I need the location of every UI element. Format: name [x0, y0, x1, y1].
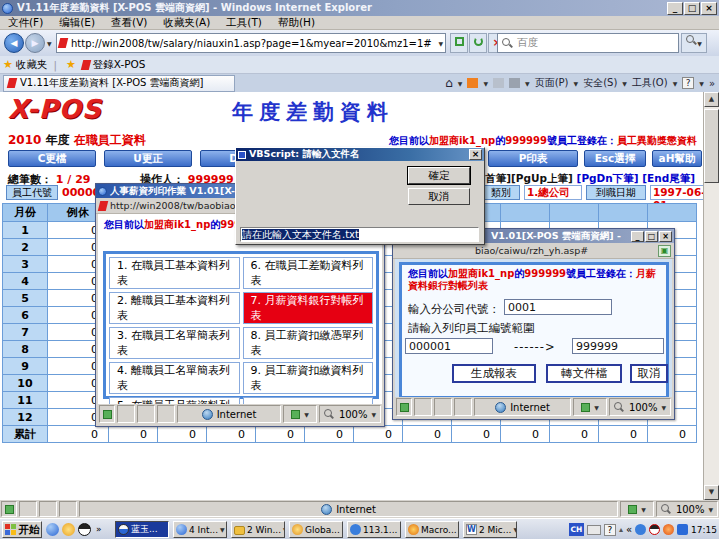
toolbar-button-ah[interactable]: aH幫助 [652, 150, 702, 167]
protected-mode-segment[interactable]: ▼ [573, 398, 607, 416]
menu-item-1[interactable]: 编辑(E) [51, 16, 103, 30]
task-button-0[interactable]: 蓝玉... [115, 521, 169, 538]
chevron-more-icon[interactable]: » [709, 78, 715, 89]
task-button-4[interactable]: 113.1... [347, 521, 401, 538]
value-cell[interactable]: 0 [158, 426, 207, 443]
menu-item-3[interactable]: 收藏夹(A) [155, 16, 218, 30]
tab-active[interactable]: V1.11年度差勤資料 [X-POS 雲端商資網] [3, 75, 235, 92]
print-menu-item[interactable]: 3. 在職員工名單簡表列表 [109, 327, 240, 359]
generate-report-button[interactable]: 生成報表 [452, 364, 536, 383]
menu-item-4[interactable]: 工具(T) [218, 16, 270, 30]
search-input[interactable]: 百度 [497, 33, 679, 53]
print-menu-item[interactable]: 6. 在職員工差勤資料列表 [243, 257, 374, 289]
print-menu-item[interactable]: 0. 結束作業 [243, 397, 374, 404]
type-value[interactable]: 1.總公司 [524, 185, 582, 200]
value-cell[interactable]: 0 [305, 426, 354, 443]
value-cell[interactable]: 0 [207, 426, 256, 443]
dropdown-icon[interactable]: ▼ [673, 80, 678, 87]
task-button-3[interactable]: Globa... [289, 521, 343, 538]
value-cell[interactable]: 0 [48, 426, 109, 443]
tray-collapse-icon[interactable]: « [626, 524, 632, 535]
address-dropdown-icon[interactable]: ▼ [438, 40, 443, 47]
help-icon[interactable]: ? [682, 77, 694, 89]
value-cell[interactable]: 0 [550, 426, 599, 443]
help-tray-icon[interactable]: ? [604, 524, 616, 536]
ok-button[interactable]: 確定 [408, 167, 470, 184]
toolbar-button-esc[interactable]: Esc選擇 [584, 150, 646, 167]
recent-pages-dropdown-icon[interactable]: ▼ [47, 40, 52, 47]
task-button-5[interactable]: Macro... [405, 521, 459, 538]
zoom-control[interactable]: 100%▼ [319, 405, 381, 423]
toolbar-button-c[interactable]: C更檔 [8, 150, 96, 167]
quicklaunch-qq-icon[interactable] [78, 523, 91, 536]
language-indicator[interactable]: CH [569, 523, 584, 536]
tray-security-icon[interactable] [663, 524, 674, 535]
branch-code-field[interactable]: 0001 [504, 299, 612, 315]
home-icon[interactable]: ⌂ [445, 76, 453, 90]
value-cell[interactable]: 0 [501, 426, 550, 443]
value-cell[interactable]: 0 [109, 426, 158, 443]
back-button[interactable]: ◀ [4, 33, 24, 53]
compatibility-view-icon[interactable]: ▣ [658, 245, 671, 257]
export-file-button[interactable]: 轉文件檔 [546, 364, 622, 383]
tray-arrow-icon[interactable]: ▴ [619, 525, 623, 534]
command-0[interactable]: 页面(P) [535, 76, 569, 90]
hire-date-value[interactable]: 1997-06-01 [650, 185, 703, 200]
print-icon[interactable] [509, 78, 520, 88]
favorites-label[interactable]: 收藏夹 [16, 58, 48, 72]
print-menu-item[interactable]: 5. 在職員工月薪資料列表 [109, 397, 240, 404]
scroll-down-icon[interactable]: ▼ [704, 485, 719, 500]
value-cell[interactable]: 0 [648, 426, 697, 443]
value-cell[interactable]: 0 [354, 426, 403, 443]
command-2[interactable]: 工具(O) [632, 76, 668, 90]
dropdown-icon[interactable]: ▼ [574, 80, 579, 87]
emp-from-field[interactable]: 000001 [405, 338, 493, 354]
value-cell[interactable]: 0 [452, 426, 501, 443]
add-favorite-icon[interactable]: ★ [66, 58, 76, 71]
quicklaunch-ie-icon[interactable] [46, 523, 59, 536]
print-menu-item[interactable]: 1. 在職員工基本資料列表 [109, 257, 240, 289]
menu-item-0[interactable]: 文件(F) [0, 16, 51, 30]
window2-address-bar[interactable]: biao/caiwu/rzh_yh.asp# ▣ [393, 243, 674, 259]
task-button-1[interactable]: 4 Int...▼ [173, 521, 227, 538]
page-scrollbar[interactable]: ▲ ▼ [703, 92, 719, 500]
toolbar-button-u[interactable]: U更正 [104, 150, 192, 167]
tray-scheduler-icon[interactable] [677, 524, 688, 535]
feeds-icon[interactable] [467, 78, 478, 88]
protected-mode-segment[interactable]: ▼ [620, 501, 654, 517]
keyboard-icon[interactable] [587, 525, 601, 535]
tray-msn-icon[interactable] [635, 524, 646, 535]
cancel-button[interactable]: 取消 [408, 188, 470, 205]
refresh-icon[interactable] [469, 33, 487, 53]
start-button[interactable]: 开始 [2, 521, 42, 538]
read-mail-icon[interactable] [493, 78, 504, 88]
command-1[interactable]: 安全(S) [583, 76, 617, 90]
menu-item-5[interactable]: 帮助(H) [270, 16, 323, 30]
quicklaunch-wangwang-icon[interactable] [62, 523, 75, 536]
zoom-control[interactable]: 100%▼ [609, 398, 671, 416]
maximize-icon[interactable]: □ [645, 231, 658, 242]
close-icon[interactable]: × [469, 149, 482, 160]
favorites-star-icon[interactable]: ★ [3, 58, 13, 71]
dropdown-icon[interactable]: ▼ [622, 80, 627, 87]
task-button-2[interactable]: 2 Win...▼ [231, 521, 285, 538]
print-menu-item[interactable]: 8. 員工薪資扣繳憑單列表 [243, 327, 374, 359]
value-cell[interactable]: 0 [403, 426, 452, 443]
print-menu-item[interactable]: 9. 員工薪資扣繳資料列表 [243, 362, 374, 394]
print-menu-item[interactable]: 4. 離職員工名單簡表列表 [109, 362, 240, 394]
minimize-icon[interactable]: _ [631, 231, 644, 242]
favorite-link[interactable]: 登錄X-POS [93, 58, 146, 72]
scroll-thumb[interactable] [704, 109, 719, 183]
close-button[interactable]: × [701, 2, 717, 15]
cancel-button[interactable]: 取消 [630, 364, 668, 383]
search-button[interactable]: ▼ [681, 33, 707, 53]
emp-to-field[interactable]: 999999 [572, 338, 664, 354]
protected-mode-segment[interactable]: ▼ [283, 405, 317, 423]
task-button-6[interactable]: W2 Mic...▼ [463, 521, 517, 538]
minimize-button[interactable]: _ [667, 2, 683, 15]
maximize-button[interactable]: □ [684, 2, 700, 15]
close-icon[interactable]: × [659, 231, 672, 242]
forward-button[interactable]: ▶ [25, 33, 45, 53]
filename-input[interactable]: 請在此輸入文本文件名.txt [240, 227, 479, 242]
quicklaunch-chevron-icon[interactable]: » [96, 524, 102, 534]
